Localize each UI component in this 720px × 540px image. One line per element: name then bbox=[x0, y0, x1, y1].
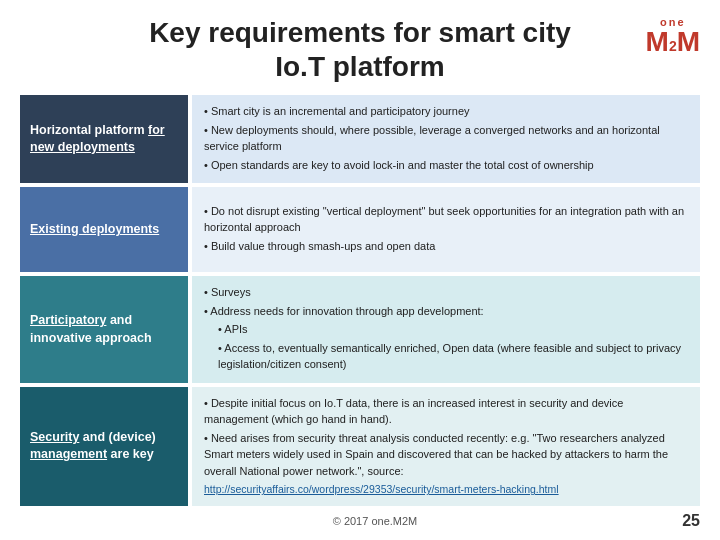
logo-superscript-2: 2 bbox=[669, 39, 677, 53]
page-title-line1: Key requirements for smart city bbox=[149, 16, 571, 50]
row2-bullet2: • Build value through smash-ups and open… bbox=[204, 238, 688, 255]
row1-label: Horizontal platform for new deployments bbox=[20, 95, 188, 183]
row3-bullet3: • APIs bbox=[204, 321, 688, 338]
row3-bullet1: • Surveys bbox=[204, 284, 688, 301]
requirements-table: Horizontal platform for new deployments … bbox=[20, 95, 700, 506]
row4-link[interactable]: http://securityaffairs.co/wordpress/2935… bbox=[204, 483, 559, 495]
row3-label: Participatory and innovative approach bbox=[20, 276, 188, 383]
row3-content: • Surveys • Address needs for innovation… bbox=[192, 276, 700, 383]
row4-bullet1: • Despite initial focus on Io.T data, th… bbox=[204, 395, 688, 428]
row4-text: • Despite initial focus on Io.T data, th… bbox=[204, 395, 688, 498]
logo-m-letter: M bbox=[646, 28, 669, 56]
footer: © 2017 one.M2M 25 bbox=[20, 512, 700, 530]
row1-bullet3: • Open standards are key to avoid lock-i… bbox=[204, 157, 688, 174]
row3-text: • Surveys • Address needs for innovation… bbox=[204, 284, 688, 375]
row4-content: • Despite initial focus on Io.T data, th… bbox=[192, 387, 700, 506]
footer-page-number: 25 bbox=[670, 512, 700, 530]
row1-label-text: Horizontal platform for new deployments bbox=[30, 122, 178, 157]
logo-area: one M 2 M bbox=[646, 16, 700, 56]
footer-copyright: © 2017 one.M2M bbox=[80, 515, 670, 527]
page-title-line2: Io.T platform bbox=[149, 50, 571, 84]
row2-label: Existing deployments bbox=[20, 187, 188, 272]
row3-bullet2: • Address needs for innovation through a… bbox=[204, 303, 688, 320]
logo-m2-letter: M bbox=[677, 28, 700, 56]
page: Key requirements for smart city Io.T pla… bbox=[0, 0, 720, 540]
row4-bullet2: • Need arises from security threat analy… bbox=[204, 430, 688, 480]
row2-text: • Do not disrupt existing "vertical depl… bbox=[204, 203, 688, 257]
row3-label-text: Participatory and innovative approach bbox=[30, 312, 178, 347]
row2-content: • Do not disrupt existing "vertical depl… bbox=[192, 187, 700, 272]
table-row: Existing deployments • Do not disrupt ex… bbox=[20, 187, 700, 272]
row1-bullet1: • Smart city is an incremental and parti… bbox=[204, 103, 688, 120]
table-row: Security and (device) management are key… bbox=[20, 387, 700, 506]
logo-m2m: M 2 M bbox=[646, 28, 700, 56]
title-block: Key requirements for smart city Io.T pla… bbox=[149, 16, 571, 83]
row4-label: Security and (device) management are key bbox=[20, 387, 188, 506]
row1-text: • Smart city is an incremental and parti… bbox=[204, 103, 688, 175]
header: Key requirements for smart city Io.T pla… bbox=[20, 16, 700, 83]
row2-bullet1: • Do not disrupt existing "vertical depl… bbox=[204, 203, 688, 236]
row1-content: • Smart city is an incremental and parti… bbox=[192, 95, 700, 183]
row2-label-text: Existing deployments bbox=[30, 221, 159, 239]
table-row: Participatory and innovative approach • … bbox=[20, 276, 700, 383]
row4-label-text: Security and (device) management are key bbox=[30, 429, 178, 464]
row3-bullet4: • Access to, eventually semantically enr… bbox=[204, 340, 688, 373]
table-row: Horizontal platform for new deployments … bbox=[20, 95, 700, 183]
row1-bullet2: • New deployments should, where possible… bbox=[204, 122, 688, 155]
